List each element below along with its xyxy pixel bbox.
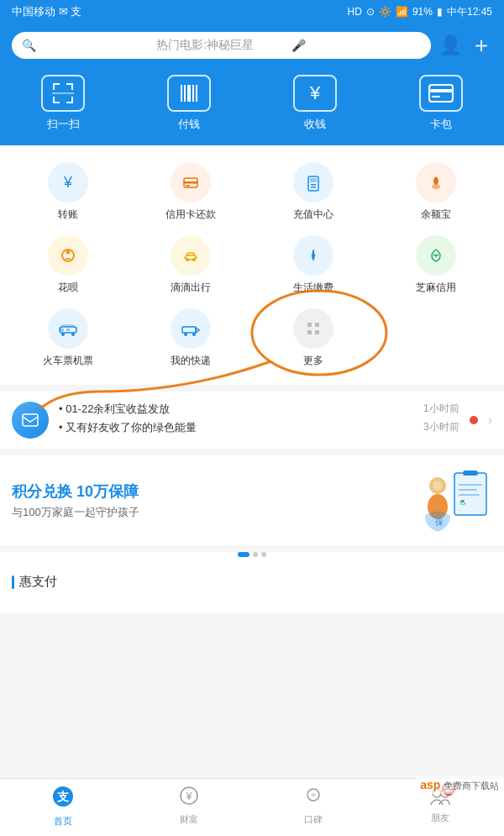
svg-point-48	[184, 333, 187, 336]
dot-1	[238, 552, 249, 557]
svg-point-29	[432, 184, 440, 189]
train-icon	[48, 308, 88, 349]
train-item[interactable]: 火车票机票	[7, 308, 129, 368]
banner-subtitle: 与100万家庭一起守护孩子	[12, 505, 139, 520]
svg-rect-5	[53, 102, 60, 103]
section-title-text: 惠支付	[19, 574, 57, 590]
chevron-right-icon: ›	[488, 413, 492, 428]
header: 🔍 热门电影:神秘巨星 🎤 👤 ＋	[0, 24, 504, 71]
svg-rect-54	[315, 330, 319, 334]
search-bar[interactable]: 🔍 热门电影:神秘巨星 🎤	[12, 32, 431, 59]
svg-point-49	[192, 333, 196, 336]
svg-text:保: 保	[435, 518, 444, 527]
notif-text-1: • 01-22余利宝收益发放	[59, 402, 170, 417]
wifi-icon: 🔆	[379, 6, 391, 18]
svg-rect-15	[429, 89, 453, 92]
more-label: 更多	[303, 354, 323, 368]
creditcard-label: 信用卡还款	[165, 208, 216, 222]
nav-finance[interactable]: ¥ 财富	[179, 786, 199, 828]
more-item[interactable]: 更多	[252, 308, 375, 368]
card-action[interactable]: 卡包	[419, 75, 463, 132]
status-bar: 中国移动 ✉ 支 HD ⊙ 🔆 📶 91% ▮ 中午12:45	[0, 0, 504, 24]
battery-text: 91%	[412, 6, 433, 18]
notif-time-2: 3小时前	[423, 420, 459, 435]
zhima-item[interactable]: 芝麻信用	[375, 235, 497, 295]
notif-time-1: 1小时前	[423, 402, 459, 417]
svg-point-65	[433, 481, 443, 491]
dot-3	[261, 552, 266, 557]
pay-action[interactable]: 付钱	[167, 75, 211, 132]
express-icon	[171, 308, 211, 349]
collect-action[interactable]: ¥ 收钱	[293, 75, 337, 132]
nav-discover[interactable]: 口碑	[303, 786, 323, 828]
didi-item[interactable]: 滴滴出行	[129, 235, 252, 295]
finance-icon: ¥	[179, 786, 199, 811]
notif-line-1: • 01-22余利宝收益发放 1小时前	[59, 402, 459, 417]
svg-rect-26	[311, 184, 316, 186]
user-icon[interactable]: 👤	[439, 34, 462, 56]
nav-discover-label: 口碑	[304, 813, 323, 826]
svg-rect-27	[311, 187, 316, 188]
discover-icon	[303, 786, 323, 811]
battery-icon: ▮	[437, 6, 443, 18]
nav-home-label: 首页	[54, 815, 72, 828]
section-title: 惠支付	[0, 564, 504, 597]
svg-rect-1	[53, 83, 55, 90]
scan-label: 扫一扫	[47, 117, 80, 132]
notification-card[interactable]: • 01-22余利宝收益发放 1小时前 • 又有好友收了你的绿色能量 3小时前 …	[0, 392, 504, 449]
banner-title: 积分兑换 10万保障	[12, 481, 139, 502]
svg-rect-8	[52, 92, 74, 94]
svg-rect-14	[429, 85, 453, 102]
svg-point-32	[66, 250, 71, 255]
svg-point-41	[61, 333, 65, 336]
transfer-item[interactable]: ¥ 转账	[7, 162, 129, 222]
status-icons: HD ⊙ 🔆 📶 91% ▮ 中午12:45	[348, 5, 492, 19]
scan-action[interactable]: 扫一扫	[41, 75, 85, 132]
recharge-icon	[293, 162, 333, 202]
svg-text:支: 支	[56, 790, 70, 803]
creditcard-item[interactable]: 信用卡还款	[129, 162, 252, 222]
banner-text: 积分兑换 10万保障 与100万家庭一起守护孩子	[12, 481, 139, 520]
svg-rect-58	[463, 471, 478, 476]
nav-home[interactable]: 支 首页	[52, 786, 74, 828]
time-text: 中午12:45	[447, 5, 492, 19]
svg-rect-44	[66, 329, 70, 331]
service-row-3: 火车票机票 我的快递	[0, 305, 504, 378]
service-row-2: 花呗 滴滴出行	[0, 232, 504, 305]
card-label: 卡包	[430, 117, 452, 132]
promotion-banner[interactable]: 积分兑换 10万保障 与100万家庭一起守护孩子	[0, 455, 504, 545]
svg-rect-22	[186, 185, 190, 187]
screen-icon: ⊙	[366, 6, 375, 18]
recharge-item[interactable]: 充值中心	[252, 162, 375, 222]
service-row-1: ¥ 转账 信用卡还款	[0, 159, 504, 232]
nav-finance-label: 财富	[180, 813, 198, 826]
yuebao-item[interactable]: 余额宝	[375, 162, 497, 222]
banner-main: 积分兑换	[12, 483, 76, 500]
utilities-item[interactable]: 生活缴费	[252, 235, 375, 295]
huabei-icon	[48, 235, 88, 276]
search-placeholder: 热门电影:神秘巨星	[156, 38, 286, 53]
huabei-item[interactable]: 花呗	[7, 235, 129, 295]
notification-icon	[12, 402, 49, 439]
empty-item	[375, 308, 497, 368]
mic-icon[interactable]: 🎤	[291, 39, 421, 52]
add-button[interactable]: ＋	[470, 30, 492, 60]
express-label: 我的快递	[171, 354, 211, 368]
svg-rect-56	[23, 414, 38, 426]
notif-text-2: • 又有好友收了你的绿色能量	[59, 420, 197, 435]
pay-icon	[167, 75, 211, 112]
svg-rect-3	[71, 83, 73, 90]
banner-image: 保	[417, 469, 492, 532]
creditcard-icon	[171, 162, 211, 202]
yuebao-label: 余额宝	[421, 208, 451, 222]
transfer-label: 转账	[58, 208, 78, 222]
express-item[interactable]: 我的快递	[129, 308, 252, 368]
svg-point-35	[192, 258, 196, 261]
train-label: 火车票机票	[43, 354, 93, 368]
svg-point-34	[186, 258, 189, 261]
banner-highlight: 10万保障	[76, 483, 139, 500]
svg-rect-61	[459, 494, 480, 496]
svg-rect-45	[61, 324, 75, 327]
carrier-text: 中国移动 ✉ 支	[12, 4, 81, 19]
recharge-label: 充值中心	[293, 208, 333, 222]
